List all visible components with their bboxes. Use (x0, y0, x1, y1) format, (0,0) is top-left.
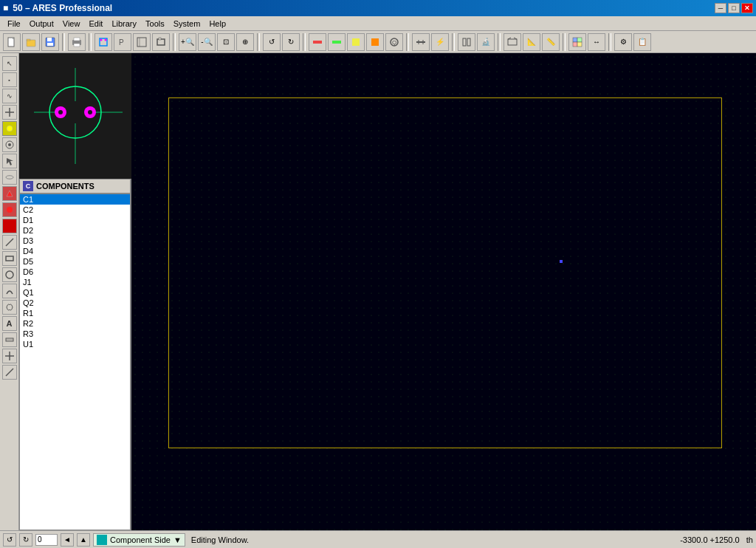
fit-btn[interactable]: ⊡ (217, 33, 235, 51)
menu-edit[interactable]: Edit (84, 18, 107, 30)
svg-rect-19 (352, 38, 360, 46)
menu-view[interactable]: View (58, 18, 85, 30)
svg-marker-40 (7, 191, 13, 196)
lt-cross[interactable] (2, 349, 17, 363)
next-step-btn[interactable]: ▲ (77, 533, 90, 547)
lt-idk8[interactable] (2, 332, 17, 347)
tb16[interactable]: 📏 (542, 33, 560, 51)
svg-line-50 (6, 369, 13, 376)
comp-item-d4[interactable]: D4 (20, 246, 130, 256)
maximize-button[interactable]: □ (728, 3, 740, 13)
lt-rect[interactable] (2, 251, 17, 266)
menu-output[interactable]: Output (25, 18, 58, 30)
tb20[interactable]: 📋 (633, 33, 651, 51)
left-toolbar: ↖ ▪ ∿ (0, 53, 19, 530)
tb13[interactable]: 🔬 (477, 33, 495, 51)
lt-circle[interactable] (2, 267, 17, 282)
svg-rect-20 (371, 38, 379, 46)
comp-item-r2[interactable]: R2 (20, 318, 130, 329)
tb17[interactable] (568, 33, 586, 51)
lt-idk1[interactable] (2, 137, 17, 152)
work-area[interactable] (131, 53, 756, 530)
lt-idk3[interactable] (2, 186, 17, 201)
tb3[interactable] (133, 33, 151, 51)
tb12[interactable] (458, 33, 475, 51)
tb14[interactable] (504, 33, 521, 51)
new-button[interactable] (3, 33, 21, 51)
tb11[interactable]: ⚡ (431, 33, 449, 51)
svg-rect-7 (74, 38, 80, 41)
menu-library[interactable]: Library (107, 18, 141, 30)
tb8[interactable] (366, 33, 384, 51)
lt-idk7[interactable] (2, 300, 17, 315)
comp-item-r3[interactable]: R3 (20, 329, 130, 339)
svg-rect-8 (74, 44, 80, 47)
svg-point-59 (58, 110, 63, 114)
undo-status-btn[interactable]: ↺ (3, 533, 16, 547)
preview-canvas (19, 53, 131, 179)
zoom-out-btn[interactable]: -🔍 (198, 33, 216, 51)
menu-tools[interactable]: Tools (141, 18, 169, 30)
comp-item-d2[interactable]: D2 (20, 225, 130, 236)
tb10[interactable] (412, 33, 430, 51)
lt-idk5[interactable] (2, 219, 17, 233)
lt-component[interactable]: ▪ (2, 72, 17, 87)
tb6[interactable] (328, 33, 346, 51)
coord-input[interactable] (35, 534, 58, 546)
layer-dropdown-icon[interactable]: ▼ (173, 535, 182, 544)
close-button[interactable]: ✕ (741, 3, 753, 13)
components-panel: C COMPONENTS C1C2D1D2D3D4D5D6J1Q1Q2R1R2R… (19, 179, 131, 530)
lt-diagonal[interactable] (2, 365, 17, 380)
svg-rect-4 (47, 38, 52, 41)
comp-item-r1[interactable]: R1 (20, 308, 130, 318)
comp-item-u1[interactable]: U1 (20, 339, 130, 349)
minimize-button[interactable]: ─ (715, 3, 726, 13)
menubar: File Output View Edit Library Tools Syst… (0, 16, 756, 31)
tb4[interactable] (152, 33, 170, 51)
save-button[interactable] (41, 33, 59, 51)
tb5[interactable] (309, 33, 326, 51)
tb1[interactable] (94, 33, 112, 51)
lt-idk2[interactable] (2, 170, 17, 185)
lt-yellow[interactable] (2, 121, 17, 136)
lt-wire[interactable]: ∿ (2, 89, 17, 103)
comp-item-j1[interactable]: J1 (20, 277, 130, 287)
lt-idk6[interactable] (2, 235, 17, 250)
redo-status-btn[interactable]: ↻ (19, 533, 32, 547)
open-button[interactable] (22, 33, 40, 51)
comp-item-d5[interactable]: D5 (20, 256, 130, 267)
zoom-in-btn[interactable]: +🔍 (179, 33, 196, 51)
comp-item-q2[interactable]: Q2 (20, 298, 130, 308)
comp-item-q1[interactable]: Q1 (20, 287, 130, 298)
tb2[interactable]: P (114, 33, 131, 51)
comp-item-d3[interactable]: D3 (20, 236, 130, 246)
menu-file[interactable]: File (3, 18, 25, 30)
tb19[interactable]: ⚙ (614, 33, 632, 51)
lt-idk4[interactable] (2, 202, 17, 217)
comp-item-c2[interactable]: C2 (20, 205, 130, 215)
components-list[interactable]: C1C2D1D2D3D4D5D6J1Q1Q2R1R2R3U1 (19, 193, 131, 530)
menu-help[interactable]: Help (205, 18, 230, 30)
tb7[interactable] (347, 33, 365, 51)
tb9[interactable]: Q (385, 33, 403, 51)
lt-pin[interactable] (2, 105, 17, 120)
print-button[interactable] (68, 33, 86, 51)
search-btn[interactable]: ⊕ (236, 33, 254, 51)
lt-select[interactable] (2, 154, 17, 168)
tb18[interactable]: ↔ (588, 33, 605, 51)
prev-step-btn[interactable]: ◄ (61, 533, 74, 547)
lt-arc[interactable] (2, 284, 17, 298)
redo-btn[interactable]: ↻ (282, 33, 300, 51)
comp-item-c1[interactable]: C1 (20, 194, 130, 205)
lt-text[interactable]: A (2, 316, 17, 331)
svg-text:P: P (119, 38, 124, 47)
comp-item-d1[interactable]: D1 (20, 215, 130, 225)
main-area: ↖ ▪ ∿ (0, 53, 756, 530)
titlebar-title: 50 – ARES Professional (13, 3, 112, 13)
lt-arrow[interactable]: ↖ (2, 56, 17, 71)
undo-btn[interactable]: ↺ (263, 33, 281, 51)
menu-system[interactable]: System (169, 18, 205, 30)
comp-item-d6[interactable]: D6 (20, 267, 130, 277)
layer-select[interactable]: Component Side ▼ (93, 533, 185, 547)
tb15[interactable]: 📐 (523, 33, 540, 51)
